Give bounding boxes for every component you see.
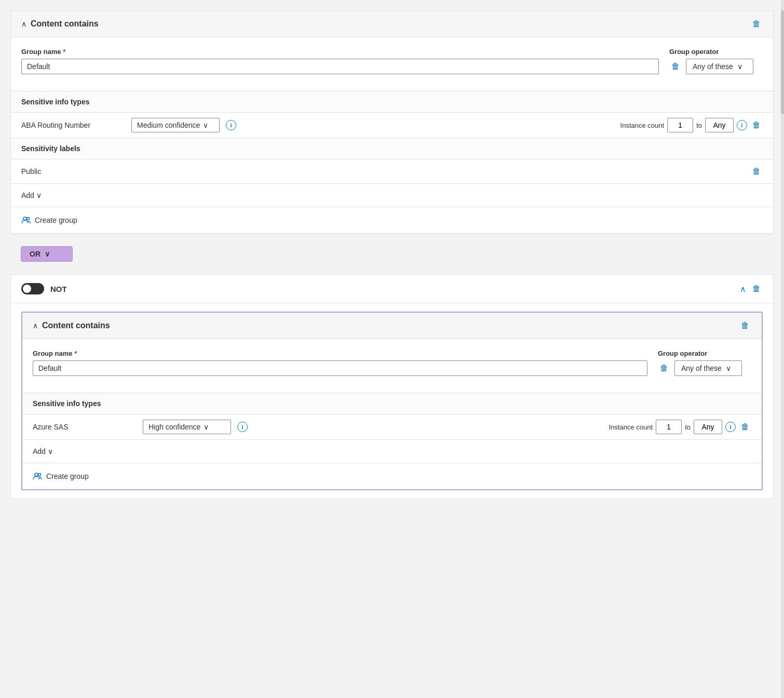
info-type-delete-btn-1[interactable]: 🗑: [750, 118, 763, 132]
sensitivity-labels-header-1: Sensitivity labels: [11, 138, 773, 159]
not-toggle[interactable]: [21, 283, 44, 294]
group-operator-label-2: Group operator: [658, 350, 707, 357]
chevron-down-confidence-2: ∨: [204, 423, 209, 431]
group-name-col-1: Group name *: [21, 48, 659, 74]
group-operator-value-2: Any of these: [681, 364, 722, 372]
confidence-info-icon-1[interactable]: i: [226, 120, 236, 130]
group-name-label-1: Group name *: [21, 48, 659, 56]
info-type-delete-btn-2[interactable]: 🗑: [739, 420, 751, 434]
group-row-2: Group name * Group operator 🗑 Any: [33, 350, 751, 376]
required-star-2: *: [74, 350, 77, 357]
to-label-1: to: [696, 122, 702, 129]
instance-count-label-2: Instance count: [609, 423, 653, 431]
group-operator-dropdown-2[interactable]: Any of these ∨: [674, 360, 742, 376]
inner-section-delete-button[interactable]: 🗑: [739, 319, 751, 332]
section-1-title: Content contains: [31, 19, 99, 29]
trash-icon-info-2: 🗑: [741, 422, 749, 432]
create-group-row-2: Create group: [22, 463, 762, 489]
inner-section-body: Group name * Group operator 🗑 Any: [22, 339, 762, 393]
add-button-2[interactable]: Add ∨: [33, 445, 53, 458]
info-type-row-2: Azure SAS High confidence ∨ i Instance c…: [22, 414, 762, 439]
group-operator-delete-btn-2[interactable]: 🗑: [658, 361, 670, 375]
required-star-1: *: [63, 48, 65, 56]
content-contains-section-1: ∧ Content contains 🗑 Group name * Group …: [10, 10, 774, 234]
create-group-icon-2: [33, 472, 42, 481]
trash-icon-inner: 🗑: [741, 321, 749, 330]
not-header-right: ∧ 🗑: [740, 282, 763, 296]
trash-icon-1: 🗑: [752, 19, 761, 29]
instance-info-icon-2[interactable]: i: [725, 422, 736, 432]
instance-count-section-2: Instance count to i 🗑: [609, 420, 751, 434]
or-dropdown-button[interactable]: OR ∨: [21, 246, 73, 262]
not-toggle-track: [21, 283, 44, 294]
confidence-dropdown-1[interactable]: Medium confidence ∨: [131, 118, 220, 132]
instance-count-label-1: Instance count: [620, 122, 665, 129]
to-label-2: to: [685, 423, 691, 431]
inner-section-collapse-icon[interactable]: ∧: [33, 321, 38, 330]
not-header: NOT ∧ 🗑: [11, 275, 773, 303]
not-expand-icon[interactable]: ∧: [740, 284, 746, 294]
inner-section-header: ∧ Content contains 🗑: [22, 313, 762, 339]
trash-icon-not: 🗑: [752, 284, 761, 293]
sensitivity-labels-subsection-1: Sensitivity labels Public 🗑: [11, 138, 773, 183]
inner-section-title: Content contains: [42, 321, 110, 330]
or-label: OR: [30, 250, 40, 258]
not-header-left: NOT: [21, 283, 67, 294]
group-operator-dropdown-1[interactable]: Any of these ∨: [686, 59, 753, 74]
create-group-label-2: Create group: [46, 472, 89, 480]
group-operator-delete-btn-1[interactable]: 🗑: [669, 60, 682, 73]
add-chevron-icon-2: ∨: [48, 447, 53, 455]
add-button-1[interactable]: Add ∨: [21, 189, 42, 202]
add-label-2: Add: [33, 447, 46, 455]
sensitive-info-types-subsection-2: Sensitive info types Azure SAS High conf…: [22, 393, 762, 439]
instance-count-from-input-2[interactable]: [656, 420, 682, 434]
create-group-button-2[interactable]: Create group: [33, 469, 89, 483]
chevron-down-confidence-1: ∨: [203, 121, 208, 129]
not-section: NOT ∧ 🗑 ∧ Content contains 🗑: [10, 274, 774, 499]
trash-icon-op-2: 🗑: [660, 364, 668, 373]
create-group-row-1: Create group: [11, 207, 773, 233]
sensitive-info-types-subsection-1: Sensitive info types ABA Routing Number …: [11, 91, 773, 138]
section-1-header: ∧ Content contains 🗑: [11, 11, 773, 37]
instance-info-icon-1[interactable]: i: [737, 120, 747, 130]
create-group-label-1: Create group: [35, 216, 77, 224]
group-operator-label-1: Group operator: [669, 48, 719, 56]
trash-icon-op-1: 🗑: [671, 62, 680, 71]
group-name-input-2[interactable]: [33, 360, 647, 376]
instance-count-to-input-1[interactable]: [705, 118, 734, 132]
add-row-2: Add ∨: [22, 439, 762, 463]
add-label-1: Add: [21, 191, 34, 199]
svg-point-1: [27, 218, 30, 220]
trash-icon-info-1: 🗑: [752, 120, 761, 130]
svg-point-0: [23, 217, 26, 220]
confidence-info-icon-2[interactable]: i: [237, 422, 248, 432]
section-1-collapse-icon[interactable]: ∧: [21, 20, 26, 28]
svg-point-3: [38, 474, 41, 476]
instance-count-to-input-2[interactable]: [694, 420, 722, 434]
group-name-col-2: Group name *: [33, 350, 647, 376]
group-operator-inner-1: 🗑 Any of these ∨: [669, 59, 753, 74]
sensitive-info-types-header-1: Sensitive info types: [11, 91, 773, 112]
sensitive-info-types-header-2: Sensitive info types: [22, 393, 762, 414]
not-delete-button[interactable]: 🗑: [750, 282, 763, 296]
confidence-value-2: High confidence: [148, 423, 200, 431]
group-operator-value-1: Any of these: [693, 62, 733, 71]
group-operator-col-2: Group operator 🗑 Any of these ∨: [658, 350, 751, 376]
section-1-delete-button[interactable]: 🗑: [750, 17, 763, 31]
sensitivity-label-row-1: Public 🗑: [11, 159, 773, 183]
confidence-dropdown-2[interactable]: High confidence ∨: [143, 420, 231, 434]
chevron-down-icon-op-1: ∨: [737, 62, 742, 71]
not-label-text: NOT: [50, 285, 67, 293]
or-section: OR ∨: [10, 242, 774, 266]
group-operator-col-1: Group operator 🗑 Any of these ∨: [669, 48, 763, 74]
trash-icon-sens-1: 🗑: [752, 167, 761, 176]
not-toggle-thumb: [23, 285, 31, 293]
instance-count-from-input-1[interactable]: [667, 118, 693, 132]
instance-count-section-1: Instance count to i 🗑: [620, 118, 763, 132]
sensitivity-label-delete-btn-1[interactable]: 🗑: [750, 165, 763, 178]
scrollbar[interactable]: [781, 0, 784, 509]
group-name-input-1[interactable]: [21, 59, 659, 74]
chevron-down-icon-op-2: ∨: [726, 364, 731, 372]
scrollbar-thumb[interactable]: [781, 10, 784, 114]
create-group-button-1[interactable]: Create group: [21, 213, 77, 227]
